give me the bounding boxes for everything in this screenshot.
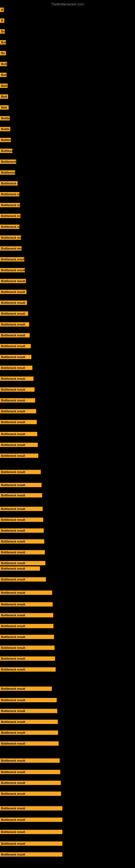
bar-label: Bottleneck result <box>0 741 58 746</box>
bar-item: Bottleneck result <box>0 355 31 360</box>
bar-label: Bottleneck result <box>0 539 44 544</box>
bar-label: Bottleneck result <box>0 602 53 607</box>
bar-label: Bottleneck result <box>0 268 25 272</box>
bar-item: Bottleneck result <box>0 518 43 523</box>
bar-label: Bottleneck result <box>0 443 38 447</box>
bar-item: Bottleneck result <box>0 470 41 475</box>
bar-item: Bottleneck result <box>0 646 54 651</box>
bar-label: Bot <box>0 73 6 77</box>
bar-label: Bottleneck result <box>0 257 24 261</box>
bar-item: Bottleneck result <box>0 268 25 273</box>
bar-item: Bottleneck result <box>0 507 43 512</box>
bar-label: Bottleneck result <box>0 355 31 359</box>
bar-label: Bottleneck result <box>0 613 53 617</box>
bar-item: Bottleneck result <box>0 698 57 703</box>
bar-item: Bottleneck resu <box>0 225 19 230</box>
bar-item: Bottleneck result <box>0 290 27 295</box>
bar-item: Bottleneck result <box>0 817 62 823</box>
bar-item: Bottleneck result <box>0 257 24 262</box>
bar-item: Bottleneck result <box>0 376 34 382</box>
bar-item: Bottler <box>0 138 11 143</box>
bar-item: Bottleneck result <box>0 420 37 425</box>
bar-item: Bott <box>0 105 9 111</box>
bar-item: Bottleneck result <box>0 539 44 545</box>
bar-label: Bottleneck result <box>0 841 62 846</box>
bar-label: Bottleneck result <box>0 398 35 403</box>
bar-item: Bo <box>0 29 5 35</box>
bar-label: Bottleneck result <box>0 635 54 639</box>
bar-label: Bottler <box>0 138 11 142</box>
bar-label: Bottleneck result <box>0 483 42 487</box>
bar-label: Bottleneck result <box>0 311 28 316</box>
bar-item: Bottleneck result <box>0 635 54 640</box>
bar-item: Bottleneck result <box>0 301 27 306</box>
bar-item: Bottleneck result <box>0 561 45 566</box>
bar-label: Bottleneck result <box>0 454 38 458</box>
bar-item: Bot <box>0 40 6 45</box>
bar-item: Bottleneck result <box>0 758 60 764</box>
bar-item: Bottleneck result <box>0 613 53 618</box>
bar-item: Bottleneck result <box>0 577 46 583</box>
bar-label: Bott <box>0 62 7 66</box>
bar-label: Bottleneck result <box>0 203 20 207</box>
bar-item: Bottleneck result <box>0 322 29 328</box>
bar-label: Bottleneck result <box>0 656 55 661</box>
bar-label: Bottleneck result <box>0 624 53 628</box>
bar-item: B <box>0 8 4 13</box>
bar-label: Bottle <box>0 116 10 120</box>
bar-label: Bottleneck result <box>0 550 45 554</box>
bar-item: Bottleneck result <box>0 731 58 736</box>
bar-item: Bottleneck result <box>0 333 30 339</box>
bar-label: Bottle <box>0 127 10 131</box>
bar-item: Bottleneck resu <box>0 159 16 165</box>
bar-item: Bottleneck <box>0 149 12 154</box>
bar-label: Bottleneck result <box>0 561 45 565</box>
bar-item: Bot <box>0 73 6 78</box>
bar-label: Bottleneck result <box>0 333 30 337</box>
bar-item: Bottleneck result <box>0 841 62 847</box>
bar-label: Bottleneck result <box>0 432 37 436</box>
bar-item: Bottleneck result <box>0 686 52 692</box>
bar-item: Bottleneck result <box>0 852 62 858</box>
bar-item: Bottleneck result <box>0 792 61 797</box>
bar-item: Bottleneck result <box>0 388 35 393</box>
bar-label: Bottleneck result <box>0 646 54 650</box>
bar-item: Bottleneck result <box>0 311 28 317</box>
bar-item: Bottleneck result <box>0 409 36 414</box>
bar-item: Bottleneck result <box>0 432 37 437</box>
bar-item: Bott <box>0 84 8 89</box>
bar-item: Bottleneck result <box>0 366 32 371</box>
bar-label: Bottleneck result <box>0 246 21 251</box>
bar-label: Bottleneck result <box>0 686 52 691</box>
bar-label: Bottleneck r <box>0 170 15 175</box>
bar-label: Bott <box>0 94 8 99</box>
bar-label: Bottleneck result <box>0 493 42 497</box>
bar-item: Bottleneck result <box>0 806 62 812</box>
bar-label: Bottleneck result <box>0 566 40 571</box>
bar-label: Bottleneck result <box>0 518 43 522</box>
bar-item: Bottleneck r <box>0 170 15 176</box>
bar-item: Bottleneck result <box>0 443 38 448</box>
bar-label: Bottleneck result <box>0 507 43 511</box>
bar-item: Bottleneck result <box>0 483 42 488</box>
bar-item: Bottleneck result <box>0 203 20 208</box>
bar-item: Bottleneck result <box>0 667 56 673</box>
bar-label: Bottleneck result <box>0 214 20 218</box>
bar-label: Bottleneck result <box>0 301 27 305</box>
bar-label: Bott <box>0 105 9 110</box>
bar-item: Bottleneck result <box>0 236 21 241</box>
bar-label: B <box>0 19 4 23</box>
bar-item: Bottleneck result <box>0 528 44 534</box>
bar-label: Bottleneck result <box>0 770 60 774</box>
bar-item: Bottleneck result <box>0 181 18 187</box>
bar-label: Bottleneck result <box>0 409 36 413</box>
bar-item: Bottleneck result <box>0 741 58 747</box>
bar-item: Bottleneck result <box>0 214 20 219</box>
bar-item: Bottleneck result <box>0 550 45 556</box>
bar-item: Bott <box>0 62 7 67</box>
bar-item: Bottleneck result <box>0 602 53 608</box>
bar-label: B <box>0 8 4 12</box>
bar-label: Bottleneck result <box>0 852 62 857</box>
bar-label: Bottleneck result <box>0 806 62 810</box>
bar-item: Bottleneck result <box>0 192 19 197</box>
